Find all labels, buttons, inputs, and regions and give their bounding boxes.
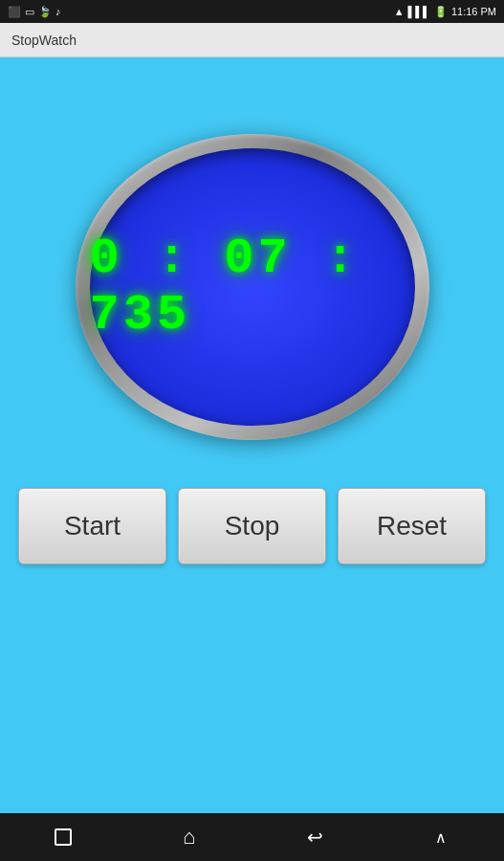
status-bar: ⬛ ▭ 🍃 ♪ ▲ ▌▌▌ 🔋 11:16 PM <box>0 0 504 23</box>
clock-face: 0 : 07 : 735 <box>90 148 415 426</box>
home-button[interactable]: ⌂ <box>170 818 208 856</box>
reset-button[interactable]: Reset <box>338 488 486 564</box>
music-icon: ♪ <box>55 6 61 17</box>
time-display: 11:16 PM <box>451 6 496 17</box>
nav-bar: ⌂ ↩ ∧ <box>0 813 504 861</box>
signal-icon: ▌▌▌ <box>408 6 430 17</box>
app-icon: 🍃 <box>38 6 52 18</box>
status-bar-left-icons: ⬛ ▭ 🍃 ♪ <box>8 6 61 18</box>
main-content: 0 : 07 : 735 Start Stop Reset <box>0 57 504 813</box>
up-button[interactable]: ∧ <box>422 818 460 856</box>
back-button[interactable]: ↩ <box>296 818 334 856</box>
stop-button[interactable]: Stop <box>178 488 326 564</box>
usb-icon: ⬛ <box>8 6 21 18</box>
battery-icon: 🔋 <box>434 6 448 18</box>
up-chevron-icon: ∧ <box>435 828 447 847</box>
tablet-icon: ▭ <box>25 6 34 18</box>
recent-apps-button[interactable] <box>44 818 82 856</box>
recent-apps-icon <box>55 828 72 846</box>
status-bar-right-icons: ▲ ▌▌▌ 🔋 11:16 PM <box>394 6 496 18</box>
start-button[interactable]: Start <box>18 488 166 564</box>
title-bar: StopWatch <box>0 23 504 57</box>
home-icon: ⌂ <box>183 825 195 850</box>
back-icon: ↩ <box>307 826 323 849</box>
buttons-area: Start Stop Reset <box>18 488 486 564</box>
wifi-icon: ▲ <box>394 6 405 17</box>
app-title: StopWatch <box>11 33 77 48</box>
clock-outer-ring: 0 : 07 : 735 <box>76 134 429 440</box>
time-display: 0 : 07 : 735 <box>90 231 415 343</box>
